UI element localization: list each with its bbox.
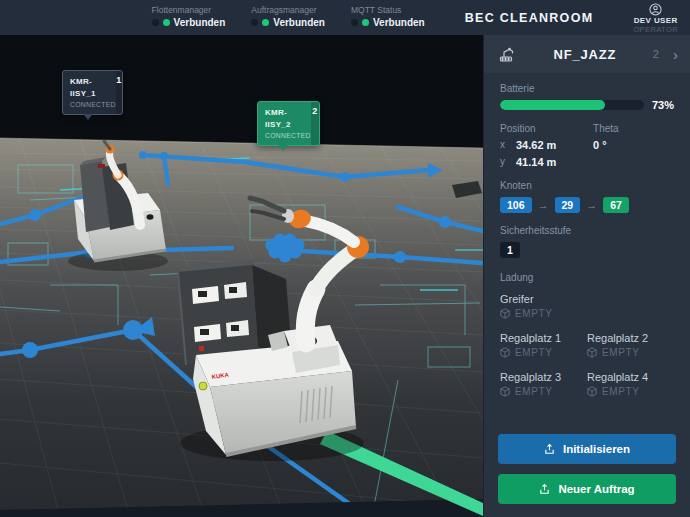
node-badge: 29 [555,197,581,213]
robot-label-1[interactable]: KMR- IISY_1 CONNECTED 1 [62,70,123,115]
initialize-button-label: Initialisieren [563,443,630,455]
robot-connection-status: CONNECTED [265,131,311,141]
ladung-section: Ladung Greifer EMPTY [484,272,690,397]
status-value: Verbunden [373,17,425,29]
robot-arm-icon [498,46,517,63]
user-role: OPERATOR [633,25,678,34]
x-value: 34.62 m [516,139,556,151]
initialize-button[interactable]: Initialisieren [498,434,676,464]
robot-detail-panel: NF_JAZZ 2 › Batterie 73% Position x [483,35,690,517]
regalplatz-1-slot: Regalplatz 1 EMPTY [500,332,587,358]
cube-icon [500,386,510,397]
slot-status: EMPTY [602,347,639,358]
robot-name: IISY_1 [70,88,116,100]
connected-dot-icon [362,19,369,26]
new-order-button-label: Neuer Auftrag [558,483,634,495]
cube-icon [587,386,597,397]
slot-label: Regalplatz 3 [500,371,587,383]
robot-label-2[interactable]: KMR- IISY_2 CONNECTED 2 [257,101,320,146]
robot-name: KMR- [265,107,311,119]
status-label: MQTT Status [351,6,401,16]
theta-value: 0 ° [593,139,607,151]
disconnected-dot-icon [152,19,159,26]
knoten-label: Knoten [500,180,674,191]
sicherheitsstufe-label: Sicherheitsstufe [500,225,674,236]
regalplatz-4-slot: Regalplatz 4 EMPTY [587,371,674,397]
node-badge: 106 [500,197,532,213]
greifer-slot: Greifer EMPTY [500,293,674,319]
battery-bar [500,100,644,110]
slot-status: EMPTY [515,347,552,358]
theta-label: Theta [593,123,674,134]
robot-name: KMR- [70,76,116,88]
slot-status: EMPTY [602,386,639,397]
connected-dot-icon [262,19,269,26]
status-value: Verbunden [273,17,325,29]
user-icon [649,3,662,16]
status-mqtt: MQTT Status Verbunden [351,6,425,28]
battery-section: Batterie 73% [484,83,690,111]
disconnected-dot-icon [251,19,258,26]
upload-icon [539,483,550,495]
slot-label: Regalplatz 2 [587,332,674,344]
new-order-button[interactable]: Neuer Auftrag [498,474,676,504]
arrow-right-icon: → [538,199,549,211]
status-value: Verbunden [174,17,226,29]
top-bar: Flottenmanager Verbunden Auftragsmanager… [0,0,690,35]
greifer-status: EMPTY [515,308,552,319]
ladung-label: Ladung [500,272,674,283]
position-label: Position [500,123,593,134]
user-name: DEV USER [634,16,678,26]
app-window: Flottenmanager Verbunden Auftragsmanager… [0,0,690,517]
sicherheitsstufe-section: Sicherheitsstufe 1 [484,225,690,258]
cube-icon [587,347,597,358]
arrow-right-icon: → [586,199,597,211]
robot-id-badge: 2 [311,102,319,145]
slot-label: Regalplatz 4 [587,371,674,383]
robot-name: IISY_2 [265,119,311,131]
robot-title: NF_JAZZ [554,47,617,62]
robot-panel-header: NF_JAZZ 2 › [484,35,690,73]
upload-icon [544,443,555,455]
status-flottenmanager: Flottenmanager Verbunden [152,6,226,28]
chevron-right-icon[interactable]: › [673,47,678,62]
regalplatz-3-slot: Regalplatz 3 EMPTY [500,371,587,397]
3d-scene-viewport[interactable]: KUKA [0,35,483,517]
slot-status: EMPTY [515,386,552,397]
x-axis-label: x [500,139,516,151]
greifer-label: Greifer [500,293,674,305]
battery-label: Batterie [500,83,674,94]
safety-level-badge: 1 [500,242,520,258]
knoten-section: Knoten 106 → 29 → 67 [484,180,690,213]
status-auftragsmanager: Auftragsmanager Verbunden [251,6,325,28]
user-menu[interactable]: DEV USER OPERATOR [633,1,678,35]
robot-id-badge: 1 [116,71,122,114]
cube-icon [500,308,510,319]
position-section: Position x 34.62 m y 41.14 m Theta 0 ° [484,123,690,168]
y-axis-label: y [500,156,516,168]
cube-icon [500,347,510,358]
disconnected-dot-icon [351,19,358,26]
slot-label: Regalplatz 1 [500,332,587,344]
battery-bar-fill [500,100,605,110]
node-badge-target: 67 [603,197,629,213]
status-label: Flottenmanager [152,6,212,16]
robot-count: 2 [653,48,659,60]
page-title: BEC CLEANROOM [465,11,594,25]
regalplatz-2-slot: Regalplatz 2 EMPTY [587,332,674,358]
y-value: 41.14 m [516,156,556,168]
robot-connection-status: CONNECTED [70,100,116,110]
connected-dot-icon [163,19,170,26]
status-label: Auftragsmanager [251,6,316,16]
battery-percentage: 73% [652,99,674,111]
